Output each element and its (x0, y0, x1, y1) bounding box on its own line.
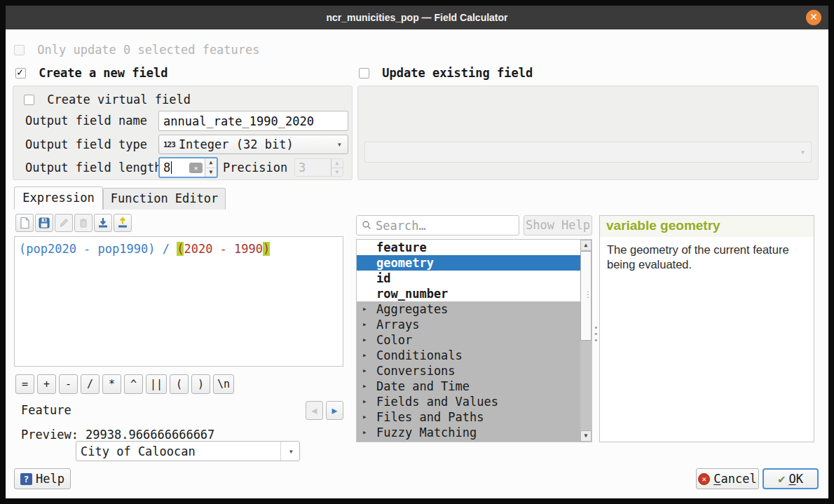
window-title: ncr_municities_pop — Field Calculator (6, 6, 828, 29)
ok-button[interactable]: ✔ OK (763, 468, 819, 489)
output-field-length-value: 8 (163, 161, 170, 175)
spin-up-icon[interactable]: ▲ (205, 158, 217, 168)
integer-type-icon: 123 (163, 140, 175, 149)
clear-field-icon[interactable]: ✕ (189, 163, 203, 173)
function-list-item-conditionals[interactable]: Conditionals (357, 348, 580, 363)
operator-button[interactable]: ( (170, 374, 189, 394)
help-header: variable geometry (600, 216, 814, 237)
show-help-button: Show Help (524, 215, 592, 236)
feature-combo[interactable]: City of Caloocan ▾ (76, 441, 300, 461)
combo-divider (280, 442, 281, 461)
function-list[interactable]: featuregeometryidrow_numberAggregatesArr… (356, 239, 592, 442)
scrollbar-thumb[interactable] (580, 251, 592, 341)
output-field-name-label: Output field name (25, 111, 147, 130)
precision-spinbox: 3 ▲▼ (294, 158, 343, 177)
search-input[interactable] (376, 219, 528, 233)
function-list-item-date-and-time[interactable]: Date and Time (357, 379, 580, 394)
import-expression-icon[interactable] (94, 214, 112, 232)
create-new-field-checkbox[interactable] (15, 68, 26, 79)
chevron-down-icon: ▾ (800, 147, 805, 157)
update-existing-field-row[interactable]: Update existing field (359, 66, 533, 80)
function-list-item-geometry[interactable]: geometry (357, 255, 580, 271)
spin-up-icon: ▲ (331, 159, 343, 168)
operator-button[interactable]: \n (213, 374, 234, 394)
expression-segment: ) (263, 242, 270, 256)
output-field-length-spinbox[interactable]: 8 ✕ ▲▼ (158, 157, 218, 178)
export-expression-icon[interactable] (114, 214, 132, 232)
save-expression-icon[interactable] (35, 214, 53, 232)
operator-button[interactable]: / (81, 374, 100, 394)
new-expression-icon[interactable] (15, 214, 34, 232)
close-icon[interactable]: ✕ (806, 10, 821, 25)
help-title: variable geometry (606, 218, 720, 233)
operator-button[interactable]: - (59, 374, 78, 394)
operator-button[interactable]: ^ (124, 374, 143, 394)
operator-button[interactable]: || (146, 374, 167, 394)
cancel-button[interactable]: ✕ Cancel (696, 468, 759, 489)
operator-button[interactable]: * (102, 374, 121, 394)
function-list-item-fuzzy-matching[interactable]: Fuzzy Matching (357, 425, 580, 440)
chevron-down-icon: ▾ (289, 447, 294, 456)
preview-text: Preview: 29938.966666666667 (21, 428, 214, 442)
scroll-down-icon[interactable]: ▼ (580, 430, 592, 442)
expression-segment: (pop2020 - pop1990) / (19, 242, 177, 256)
expression-segment: ( (177, 242, 184, 256)
update-existing-field-label: Update existing field (382, 66, 533, 80)
precision-spin-buttons: ▲▼ (331, 159, 343, 176)
arrow-right-icon: ▶ (332, 405, 338, 416)
help-button[interactable]: ? Help (14, 468, 71, 489)
create-virtual-field-row[interactable]: Create virtual field (24, 93, 191, 107)
existing-field-combo: ▾ (364, 142, 812, 163)
output-field-type-combo[interactable]: 123 Integer (32 bit) ▾ (158, 135, 348, 154)
ok-button-label: OK (788, 472, 803, 486)
edit-expression-icon (55, 214, 73, 232)
only-update-checkbox (14, 45, 25, 55)
update-existing-groupbox (357, 86, 819, 180)
function-list-item-fields-and-values[interactable]: Fields and Values (357, 394, 580, 409)
cancel-x-icon: ✕ (698, 473, 710, 485)
function-list-scrollbar[interactable]: ▲ ▼ (580, 240, 592, 442)
function-list-item-row-number[interactable]: row_number (357, 286, 580, 301)
search-icon (362, 219, 371, 233)
tab-function-editor[interactable]: Function Editor (103, 188, 226, 210)
field-calculator-dialog: ncr_municities_pop — Field Calculator ✕ … (6, 6, 828, 498)
create-new-field-row[interactable]: Create a new field (15, 66, 168, 80)
feature-value: City of Caloocan (81, 444, 196, 458)
function-list-rows: featuregeometryidrow_numberAggregatesArr… (357, 240, 580, 440)
spin-down-icon[interactable]: ▼ (205, 168, 217, 177)
precision-value: 3 (295, 159, 331, 176)
function-list-item-aggregates[interactable]: Aggregates (357, 301, 580, 317)
chevron-down-icon: ▾ (337, 139, 342, 149)
function-search-box[interactable] (356, 215, 519, 236)
panel-splitter-handle[interactable]: ••• (594, 325, 598, 346)
output-field-length-label: Output field length (25, 158, 161, 177)
cancel-button-label: Cancel (713, 472, 756, 486)
output-field-type-label: Output field type (25, 135, 147, 154)
expression-segment: 2020 - 1990 (184, 242, 263, 256)
scroll-up-icon[interactable]: ▲ (580, 240, 592, 251)
function-list-item-files-and-paths[interactable]: Files and Paths (357, 409, 580, 425)
question-mark-icon: ? (20, 473, 32, 485)
tab-expression[interactable]: Expression (14, 186, 103, 210)
precision-label: Precision (223, 157, 287, 178)
function-list-item-arrays[interactable]: Arrays (357, 317, 580, 332)
text-cursor (171, 161, 172, 174)
operator-button[interactable]: + (37, 374, 56, 394)
previous-feature-button: ◀ (306, 401, 323, 420)
function-list-item-id[interactable]: id (357, 271, 580, 286)
length-spin-buttons[interactable]: ▲▼ (205, 158, 217, 177)
function-help-panel: variable geometry The geometry of the cu… (599, 215, 814, 442)
function-list-item-feature[interactable]: feature (357, 240, 580, 255)
operator-button[interactable]: = (15, 374, 34, 394)
create-virtual-field-checkbox[interactable] (24, 95, 34, 105)
function-list-item-color[interactable]: Color (357, 332, 580, 348)
expression-editor[interactable]: (pop2020 - pop1990) / (2020 - 1990) (14, 236, 343, 367)
next-feature-button[interactable]: ▶ (326, 401, 343, 420)
arrow-left-icon: ◀ (312, 405, 317, 416)
operator-button[interactable]: ) (191, 374, 210, 394)
output-field-name-input[interactable] (158, 111, 348, 131)
function-list-item-conversions[interactable]: Conversions (357, 363, 580, 379)
expression-toolbar (15, 214, 132, 232)
only-update-selected-checkbox-row: Only update 0 selected features (14, 43, 260, 57)
update-existing-field-checkbox[interactable] (359, 68, 369, 79)
